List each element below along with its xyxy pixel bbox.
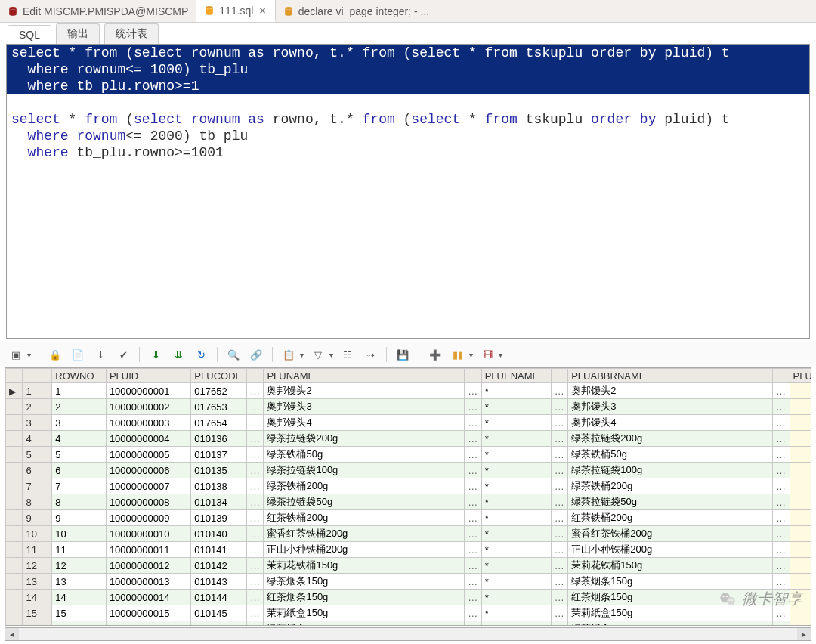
table-row[interactable]: 161610000000016010146…绿茶纸盒200g…*…绿茶纸盒200… — [6, 621, 812, 627]
cell-pluname[interactable]: 奥邦馒头4 — [264, 415, 465, 431]
column-header-pluename[interactable]: PLUENAME — [481, 369, 551, 383]
cell-pluid[interactable]: 10000000010 — [106, 526, 190, 542]
cell-pluid[interactable]: 10000000008 — [106, 494, 190, 510]
ellipsis-icon[interactable]: … — [773, 399, 790, 415]
ellipsis-icon[interactable]: … — [551, 447, 567, 463]
cell-plucode[interactable]: 010135 — [191, 463, 247, 478]
cell-plucode[interactable]: 017652 — [191, 383, 247, 399]
cell-pluname[interactable]: 奥邦馒头3 — [264, 399, 465, 415]
bars-icon[interactable]: ▮▮ — [450, 346, 466, 363]
cell-pluename[interactable]: * — [481, 526, 551, 542]
ellipsis-icon[interactable]: … — [465, 478, 481, 494]
column-header-plucode[interactable]: PLUCODE — [191, 369, 247, 383]
ellipsis-icon[interactable]: … — [465, 510, 481, 526]
filter-icon[interactable]: ▽ — [310, 346, 326, 363]
ellipsis-icon[interactable]: … — [246, 463, 263, 478]
ellipsis-icon[interactable]: … — [773, 383, 790, 399]
cell-pluname[interactable]: 正山小种铁桶200g — [264, 542, 465, 558]
ellipsis-icon[interactable]: … — [773, 510, 790, 526]
ellipsis-icon[interactable]: … — [465, 463, 481, 478]
cell-plumn[interactable] — [790, 574, 811, 590]
cell-plumn[interactable] — [790, 590, 811, 605]
cell-rowno[interactable]: 10 — [52, 526, 107, 542]
cell-pluename[interactable]: * — [481, 574, 551, 590]
cell-rowno[interactable]: 14 — [52, 590, 107, 605]
ellipsis-icon[interactable]: … — [246, 415, 263, 431]
sql-editor[interactable]: select * from (select rownum as rowno, t… — [6, 44, 810, 339]
cell-plucode[interactable]: 010141 — [191, 542, 247, 558]
cell-rowno[interactable]: 9 — [52, 510, 107, 526]
ellipsis-icon[interactable]: … — [465, 431, 481, 447]
cell-rowno[interactable]: 3 — [52, 415, 107, 431]
cell-pluname[interactable]: 绿茶铁桶200g — [264, 478, 465, 494]
horizontal-scrollbar[interactable]: ◄ ► — [5, 627, 811, 641]
cell-pluename[interactable]: * — [481, 542, 551, 558]
ellipsis-icon[interactable]: … — [773, 494, 790, 510]
cell-plumn[interactable] — [790, 510, 811, 526]
sub-tab[interactable]: SQL — [8, 25, 51, 44]
lock-icon[interactable]: 🔒 — [47, 346, 63, 363]
table-row[interactable]: 141410000000014010144…红茶烟条150g…*…红茶烟条150… — [6, 590, 812, 605]
ellipsis-icon[interactable]: … — [551, 542, 567, 558]
sub-tab[interactable]: 统计表 — [104, 23, 159, 44]
column-header-rowno[interactable]: ROWNO — [52, 369, 107, 383]
dropdown-arrow-icon[interactable]: ▾ — [300, 351, 304, 359]
cell-plucode[interactable]: 010143 — [191, 574, 247, 590]
cell-pluid[interactable]: 10000000013 — [106, 574, 190, 590]
cell-plucode[interactable]: 010134 — [191, 494, 247, 510]
cell-plucode[interactable]: 010136 — [191, 431, 247, 447]
cell-pluid[interactable]: 10000000007 — [106, 478, 190, 494]
column-header-pluabbrname[interactable]: PLUABBRNAME — [568, 369, 773, 383]
scroll-left-arrow-icon[interactable]: ◄ — [5, 628, 19, 640]
ellipsis-icon[interactable]: … — [465, 494, 481, 510]
ellipsis-icon[interactable]: … — [773, 526, 790, 542]
cell-plumn[interactable] — [790, 463, 811, 478]
select-all-icon[interactable]: ▣ — [8, 346, 24, 363]
ellipsis-icon[interactable]: … — [773, 574, 790, 590]
cell-pluename[interactable]: * — [481, 447, 551, 463]
ellipsis-icon[interactable]: … — [551, 431, 567, 447]
ellipsis-icon[interactable]: … — [246, 494, 263, 510]
cell-pluabbrname[interactable]: 绿茶铁桶200g — [568, 478, 773, 494]
column-header-plumn[interactable]: PLUMN — [790, 369, 811, 383]
save-icon[interactable]: 💾 — [394, 346, 411, 363]
ellipsis-icon[interactable]: … — [465, 526, 481, 542]
cell-pluname[interactable]: 茉莉花铁桶150g — [264, 558, 465, 574]
ellipsis-icon[interactable]: … — [465, 558, 481, 574]
table-row[interactable]: 111110000000011010141…正山小种铁桶200g…*…正山小种铁… — [6, 542, 812, 558]
ellipsis-icon[interactable]: … — [465, 621, 481, 627]
cell-rowno[interactable]: 11 — [52, 542, 107, 558]
cell-pluname[interactable]: 绿茶拉链袋100g — [264, 463, 465, 478]
column-header-blank[interactable] — [6, 369, 23, 383]
ellipsis-icon[interactable]: … — [246, 478, 263, 494]
cell-rowno[interactable]: 2 — [52, 399, 107, 415]
ellipsis-icon[interactable]: … — [246, 526, 263, 542]
cell-plucode[interactable]: 010140 — [191, 526, 247, 542]
column-header-blank[interactable] — [23, 369, 52, 383]
editor-tab[interactable]: 111.sql× — [196, 0, 275, 22]
cell-rowno[interactable]: 4 — [52, 431, 107, 447]
cell-pluabbrname[interactable]: 奥邦馒头3 — [568, 399, 773, 415]
ellipsis-icon[interactable]: … — [551, 558, 567, 574]
cell-plumn[interactable] — [790, 494, 811, 510]
ellipsis-icon[interactable]: … — [551, 383, 567, 399]
cell-pluename[interactable]: * — [481, 621, 551, 627]
cell-pluid[interactable]: 10000000015 — [106, 605, 190, 621]
cell-pluid[interactable]: 10000000002 — [106, 399, 190, 415]
ellipsis-icon[interactable]: … — [773, 463, 790, 478]
editor-tab[interactable]: declare vi_page integer; - ... — [276, 0, 438, 22]
ellipsis-icon[interactable]: … — [773, 605, 790, 621]
cell-pluabbrname[interactable]: 茉莉花铁桶150g — [568, 558, 773, 574]
ellipsis-icon[interactable]: … — [551, 574, 567, 590]
cell-pluename[interactable]: * — [481, 399, 551, 415]
copy-icon[interactable]: 📄 — [70, 346, 86, 363]
table-row[interactable]: 101010000000010010140…蜜香红茶铁桶200g…*…蜜香红茶铁… — [6, 526, 812, 542]
cell-pluid[interactable]: 10000000005 — [106, 447, 190, 463]
ellipsis-icon[interactable]: … — [246, 621, 263, 627]
ellipsis-icon[interactable]: … — [551, 494, 567, 510]
cell-pluname[interactable]: 绿茶烟条150g — [264, 574, 465, 590]
ellipsis-icon[interactable]: … — [773, 542, 790, 558]
cell-plucode[interactable]: 010144 — [191, 590, 247, 605]
cell-pluabbrname[interactable]: 正山小种铁桶200g — [568, 542, 773, 558]
cell-rowno[interactable]: 7 — [52, 478, 107, 494]
